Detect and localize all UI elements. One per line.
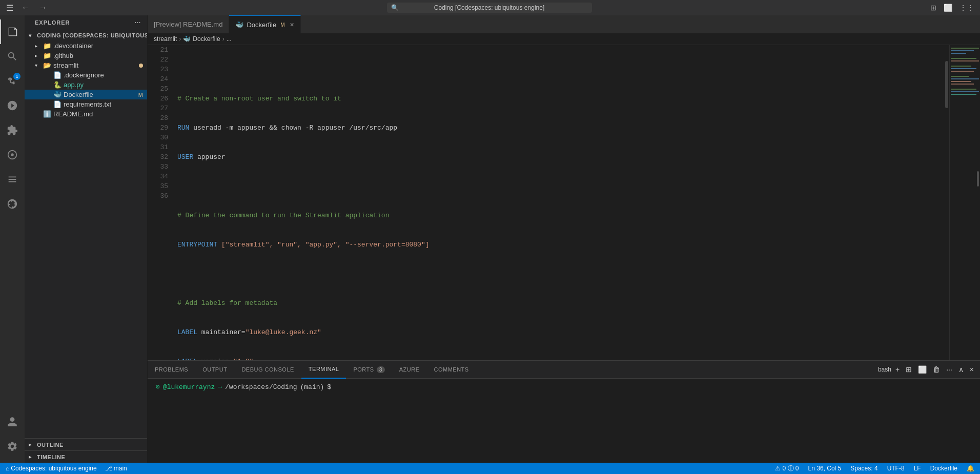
timeline-section[interactable]: ▸ TIMELINE: [25, 450, 147, 463]
tree-item-label: .devcontainer: [53, 42, 93, 50]
terminal-maximize-button[interactable]: ∧: [956, 364, 966, 375]
terminal-username: @lukemurraynz: [163, 383, 215, 391]
activity-copilot[interactable]: [0, 192, 25, 216]
breadcrumb-more[interactable]: ...: [227, 35, 232, 43]
terminal-split-button[interactable]: ⊞: [904, 364, 914, 375]
terminal-branch: (main): [300, 383, 324, 391]
tab-dockerfile[interactable]: 🐳 Dockerfile M ×: [229, 15, 300, 33]
activity-explorer[interactable]: [0, 19, 25, 44]
sidebar-title: EXPLORER: [35, 19, 70, 26]
panel-tab-label: PROBLEMS: [155, 366, 188, 373]
panel-tab-output[interactable]: OUTPUT: [195, 361, 234, 379]
activity-run-debug[interactable]: [0, 93, 25, 118]
status-branch[interactable]: ⎇ main: [104, 465, 129, 472]
search-input[interactable]: [387, 3, 592, 13]
tree-item-label: requirements.txt: [64, 100, 111, 108]
code-lines[interactable]: # Create a non-root user and switch to i…: [173, 45, 944, 360]
tree-item-dockerfile[interactable]: 🐳 Dockerfile M: [25, 90, 147, 99]
terminal-add-button[interactable]: +: [893, 364, 902, 375]
tree-item-github[interactable]: ▸ 📁 .github: [25, 51, 147, 60]
line-num-27: 27: [148, 104, 168, 113]
tree-item-devcontainer[interactable]: ▸ 📁 .devcontainer: [25, 41, 147, 51]
eol-label: LF: [914, 465, 921, 472]
breadcrumb-sep2: ›: [222, 35, 224, 43]
svg-rect-14: [951, 91, 979, 92]
breadcrumb: streamlit › 🐳 Dockerfile › ...: [148, 33, 980, 45]
outline-section[interactable]: ▸ OUTLINE: [25, 438, 147, 450]
docker-icon: 🐳: [235, 21, 243, 29]
comment-token: # Add labels for metadata: [177, 298, 277, 308]
sidebar-header-icons[interactable]: ···: [135, 19, 141, 26]
string-token: "1.0": [233, 357, 253, 360]
tree-item-requirements[interactable]: 📄 requirements.txt: [25, 99, 147, 109]
status-spaces[interactable]: Spaces: 4: [849, 465, 879, 472]
terminal-close-button[interactable]: ×: [968, 364, 976, 375]
folder-icon: 📁: [43, 42, 51, 50]
code-line-23: RUN useradd -m appuser && chown -R appus…: [177, 123, 944, 133]
panel-content[interactable]: ⊙ @lukemurraynz → /workspaces/Coding (ma…: [148, 379, 980, 463]
panel-tab-ports[interactable]: PORTS 3: [346, 361, 392, 379]
tree-item-streamlit[interactable]: ▾ 📂 streamlit: [25, 60, 147, 70]
file-icon: 📄: [53, 100, 62, 108]
sidebar-more-icon[interactable]: ···: [135, 19, 141, 26]
panel-tab-debug-console[interactable]: DEBUG CONSOLE: [234, 361, 301, 379]
plain-token: useradd -m appuser && chown -R appuser /…: [189, 123, 397, 133]
nav-forward-button[interactable]: →: [36, 2, 50, 13]
activity-codespaces[interactable]: [0, 167, 25, 192]
line-num-31: 31: [148, 142, 168, 152]
tree-item-readme[interactable]: ℹ️ README.md: [25, 109, 147, 119]
spaces-label: Spaces: 4: [850, 465, 877, 472]
panel-tab-terminal[interactable]: TERMINAL: [301, 361, 346, 379]
activity-source-control[interactable]: 1: [0, 69, 25, 93]
chevron-right-icon: ▸: [35, 53, 43, 58]
tab-preview-readme[interactable]: [Preview] README.md: [148, 15, 229, 33]
plain-token: maintainer=: [197, 327, 246, 337]
tree-item-label: .github: [53, 52, 73, 59]
bell-icon: 🔔: [967, 465, 974, 472]
line-num-22: 22: [148, 55, 168, 65]
code-line-21: [177, 65, 944, 74]
status-eol[interactable]: LF: [912, 465, 923, 472]
status-bell[interactable]: 🔔: [965, 465, 976, 472]
line-num-32: 32: [148, 152, 168, 162]
top-bar-left: ☰ ← →: [4, 1, 50, 15]
menu-icon[interactable]: ☰: [4, 1, 15, 15]
editor-content[interactable]: 21 22 23 24 25 26 27 28 29 30 31 32 33 3…: [148, 45, 944, 360]
activity-extensions[interactable]: [0, 118, 25, 142]
minimap: [949, 45, 980, 360]
panel-tab-azure[interactable]: AZURE: [392, 361, 427, 379]
status-language[interactable]: Dockerfile: [929, 465, 959, 472]
activity-remote[interactable]: [0, 142, 25, 167]
terminal-split-v-button[interactable]: ⬜: [916, 364, 929, 375]
terminal-more-button[interactable]: ···: [944, 364, 954, 375]
status-remote[interactable]: ⌂ Codespaces: ubiquitous engine: [4, 465, 98, 472]
comment-token: # Create a non-root user and switch to i…: [177, 94, 341, 104]
status-ln-col[interactable]: Ln 36, Col 5: [807, 465, 843, 472]
more-actions-button[interactable]: ⋮⋮: [957, 3, 976, 13]
keyword-token: USER: [177, 152, 193, 162]
nav-back-button[interactable]: ←: [18, 2, 33, 13]
panel-tab-comments[interactable]: COMMENTS: [427, 361, 476, 379]
line-num-33: 33: [148, 162, 168, 172]
customize-layout-button[interactable]: ⊞: [928, 3, 938, 13]
panel-tab-problems[interactable]: PROBLEMS: [148, 361, 195, 379]
chevron-down-icon: ▾: [29, 33, 37, 38]
activity-search[interactable]: [0, 44, 25, 69]
breadcrumb-dockerfile[interactable]: Dockerfile: [193, 35, 220, 43]
line-num-23: 23: [148, 65, 168, 74]
editor-scrollbar[interactable]: [944, 45, 949, 360]
tree-item-apppy[interactable]: 🐍 app.py: [25, 80, 147, 90]
status-errors[interactable]: ⚠ 0 ⓘ 0: [773, 464, 800, 473]
terminal-trash-button[interactable]: 🗑: [931, 364, 942, 375]
activity-settings[interactable]: [0, 434, 25, 459]
tree-item-dockerignore[interactable]: 📄 .dockerignore: [25, 70, 147, 80]
tabs-bar: [Preview] README.md 🐳 Dockerfile M ×: [148, 15, 980, 33]
tab-close-button[interactable]: ×: [290, 20, 294, 29]
toggle-panel-button[interactable]: ⬜: [942, 3, 954, 13]
activity-accounts[interactable]: [0, 409, 25, 434]
breadcrumb-streamlit[interactable]: streamlit: [154, 35, 177, 43]
status-encoding[interactable]: UTF-8: [886, 465, 906, 472]
folder-icon: 📁: [43, 52, 51, 59]
svg-rect-11: [951, 81, 971, 82]
errors-label: ⚠ 0 ⓘ 0: [775, 464, 799, 473]
